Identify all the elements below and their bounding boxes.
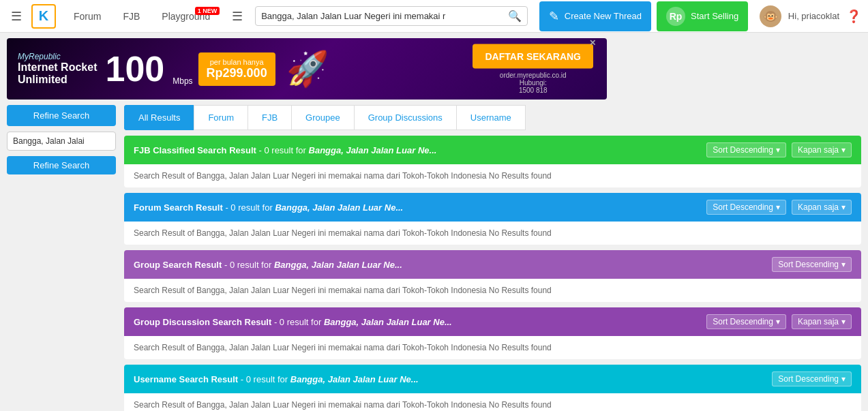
pencil-icon: ✎ <box>549 9 559 24</box>
refine-search-bottom-button[interactable]: Refine Search <box>7 156 116 174</box>
username-result-title: Username Search Result - 0 result for Ba… <box>134 374 419 384</box>
fjb-result-title: FJB Classified Search Result - 0 result … <box>134 145 436 155</box>
forum-result-section: Forum Search Result - 0 result for Bangg… <box>124 193 861 245</box>
ad-close-icon[interactable]: ✕ <box>589 38 596 48</box>
group-sort-button[interactable]: Sort Descending ▾ <box>772 257 852 272</box>
group-discussion-result-body: Search Result of Bangga, Jalan Jalan Lua… <box>124 336 861 359</box>
tab-username[interactable]: Username <box>456 105 526 130</box>
group-discussion-kapan-button[interactable]: Kapan saja ▾ <box>792 314 852 329</box>
group-discussion-sort-button[interactable]: Sort Descending ▾ <box>706 314 786 329</box>
username-sort-button[interactable]: Sort Descending ▾ <box>772 371 852 386</box>
ad-banner: MyRepublic Internet Rocket Unlimited 100… <box>7 38 607 100</box>
tab-group-discussions[interactable]: Group Discussions <box>354 105 456 130</box>
create-thread-button[interactable]: ✎ Create New Thread <box>539 1 651 31</box>
nav-forum[interactable]: Forum <box>64 7 110 26</box>
start-selling-label: Start Selling <box>691 11 738 21</box>
chevron-down-icon: ▾ <box>776 145 780 155</box>
content-area: All Results Forum FJB Groupee Group Disc… <box>124 105 861 411</box>
tab-forum[interactable]: Forum <box>194 105 248 130</box>
chevron-down-icon: ▾ <box>841 145 845 155</box>
sidebar: Refine Search Refine Search <box>7 105 116 411</box>
ad-price-box: per bulan hanya Rp299.000 <box>198 52 275 86</box>
forum-result-title: Forum Search Result - 0 result for Bangg… <box>134 202 403 213</box>
ad-mbps-label: Mbps <box>173 76 192 86</box>
logo[interactable]: K <box>31 4 56 29</box>
sidebar-search-input[interactable] <box>7 132 116 151</box>
tab-groupee[interactable]: Groupee <box>291 105 354 130</box>
tab-all-results[interactable]: All Results <box>124 105 194 130</box>
action-buttons: ✎ Create New Thread Rp Start Selling <box>539 1 748 31</box>
ad-website: order.myrepublic.co.id <box>473 72 593 79</box>
tab-fjb[interactable]: FJB <box>248 105 291 130</box>
ad-phone: 1500 818 <box>473 87 593 94</box>
chevron-down-icon: ▾ <box>776 202 780 212</box>
ad-mbps-number: 100 <box>105 51 164 87</box>
create-thread-label: Create New Thread <box>565 11 642 21</box>
fjb-sort-button[interactable]: Sort Descending ▾ <box>706 142 786 157</box>
fjb-result-controls: Sort Descending ▾ Kapan saja ▾ <box>706 142 852 157</box>
ad-right-panel: DAFTAR SEKARANG order.myrepublic.co.id H… <box>473 44 593 94</box>
refine-search-top-button[interactable]: Refine Search <box>7 105 116 126</box>
rp-icon: Rp <box>666 7 685 26</box>
ad-phone-label: Hubungi: <box>473 79 593 87</box>
group-discussion-result-controls: Sort Descending ▾ Kapan saja ▾ <box>706 314 852 329</box>
forum-sort-button[interactable]: Sort Descending ▾ <box>706 200 786 215</box>
ad-price-prefix: per bulan hanya <box>207 58 267 66</box>
fjb-result-section: FJB Classified Search Result - 0 result … <box>124 136 861 187</box>
top-navigation: ☰ K Forum FJB Playground 1 NEW ☰ 🔍 ✎ Cre… <box>0 0 868 33</box>
chevron-down-icon: ▾ <box>841 260 845 269</box>
start-selling-button[interactable]: Rp Start Selling <box>657 1 748 31</box>
username-result-section: Username Search Result - 0 result for Ba… <box>124 365 861 411</box>
nav-playground[interactable]: Playground 1 NEW <box>152 7 220 26</box>
fjb-result-header: FJB Classified Search Result - 0 result … <box>124 136 861 164</box>
username-result-body: Search Result of Bangga, Jalan Jalan Lua… <box>124 393 861 411</box>
forum-result-header: Forum Search Result - 0 result for Bangg… <box>124 193 861 222</box>
new-badge: 1 NEW <box>195 7 220 15</box>
username-result-controls: Sort Descending ▾ <box>772 371 852 386</box>
avatar: 🐵 <box>760 5 781 27</box>
nav-links: Forum FJB Playground 1 NEW <box>64 7 220 26</box>
search-bar: 🔍 <box>255 6 528 26</box>
nav-fjb[interactable]: FJB <box>113 7 149 26</box>
chevron-down-icon: ▾ <box>841 374 845 384</box>
ad-brand: MyRepublic <box>18 52 97 61</box>
hamburger-icon[interactable]: ☰ <box>7 5 26 28</box>
ad-cta-button[interactable]: DAFTAR SEKARANG <box>473 44 593 69</box>
more-menu-icon[interactable]: ☰ <box>228 5 247 28</box>
ad-price: Rp299.000 <box>207 66 267 80</box>
fjb-result-body: Search Result of Bangga, Jalan Jalan Lua… <box>124 164 861 187</box>
chevron-down-icon: ▾ <box>776 317 780 326</box>
ad-headline1: Internet Rocket <box>18 61 97 74</box>
chevron-down-icon: ▾ <box>841 317 845 326</box>
ad-banner-area: MyRepublic Internet Rocket Unlimited 100… <box>7 38 861 100</box>
fjb-kapan-button[interactable]: Kapan saja ▾ <box>792 142 852 157</box>
group-result-section: Group Search Result - 0 result for Bangg… <box>124 250 861 302</box>
tabs: All Results Forum FJB Groupee Group Disc… <box>124 105 861 130</box>
group-result-body: Search Result of Bangga, Jalan Jalan Lua… <box>124 279 861 302</box>
group-result-header: Group Search Result - 0 result for Bangg… <box>124 250 861 279</box>
help-icon[interactable]: ❓ <box>846 9 861 24</box>
nav-right: 🐵 Hi, priacoklat ❓ <box>760 5 861 27</box>
ad-rocket-icon: 🚀 <box>286 49 329 89</box>
username-label: Hi, priacoklat <box>788 11 839 21</box>
group-discussion-result-section: Group Discussion Search Result - 0 resul… <box>124 307 861 359</box>
ad-text: MyRepublic Internet Rocket Unlimited <box>18 52 97 86</box>
forum-kapan-button[interactable]: Kapan saja ▾ <box>792 200 852 215</box>
logo-letter: K <box>39 8 48 24</box>
forum-result-body: Search Result of Bangga, Jalan Jalan Lua… <box>124 222 861 245</box>
group-result-controls: Sort Descending ▾ <box>772 257 852 272</box>
main-container: Refine Search Refine Search All Results … <box>0 105 868 411</box>
search-input[interactable] <box>261 11 508 21</box>
chevron-down-icon: ▾ <box>841 202 845 212</box>
group-discussion-result-header: Group Discussion Search Result - 0 resul… <box>124 307 861 336</box>
forum-result-controls: Sort Descending ▾ Kapan saja ▾ <box>706 200 852 215</box>
ad-headline2: Unlimited <box>18 74 97 86</box>
username-result-header: Username Search Result - 0 result for Ba… <box>124 365 861 393</box>
group-result-title: Group Search Result - 0 result for Bangg… <box>134 260 402 270</box>
search-icon[interactable]: 🔍 <box>508 10 522 22</box>
group-discussion-result-title: Group Discussion Search Result - 0 resul… <box>134 317 452 327</box>
